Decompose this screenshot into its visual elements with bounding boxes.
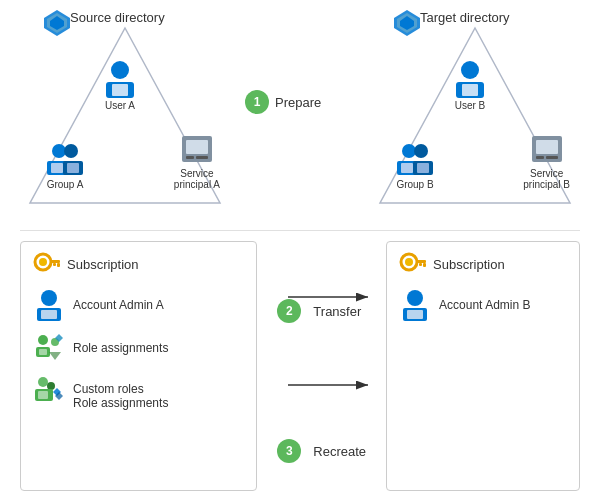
- svg-point-35: [39, 258, 47, 266]
- diagram: Source directory User A: [0, 0, 600, 500]
- user-b-label: User B: [455, 100, 486, 111]
- service-b-icon: [528, 132, 566, 166]
- svg-rect-31: [536, 140, 558, 154]
- target-subscription-box: Subscription Account Admin B: [386, 241, 580, 491]
- custom-roles-text-group: Custom roles Role assignments: [73, 382, 168, 410]
- svg-rect-15: [186, 156, 194, 159]
- svg-point-49: [47, 382, 55, 390]
- source-role-assignments: Role assignments: [33, 332, 244, 364]
- step1-circle: 1: [245, 90, 269, 114]
- service-a-label: Service principal A: [174, 168, 220, 190]
- source-sub-header: Subscription: [33, 250, 244, 278]
- svg-rect-29: [417, 163, 429, 173]
- svg-point-48: [38, 377, 48, 387]
- step2-group: 2 Transfer: [277, 299, 361, 323]
- source-custom-roles: Custom roles Role assignments: [33, 374, 244, 418]
- user-a-icon: [102, 58, 138, 98]
- svg-rect-61: [407, 310, 423, 319]
- target-sub-label: Subscription: [433, 257, 505, 272]
- source-directory-box: Source directory User A: [20, 8, 230, 218]
- step2-circle: 2: [277, 299, 301, 323]
- svg-rect-23: [462, 84, 478, 96]
- group-a-label: Group A: [47, 179, 84, 190]
- svg-rect-33: [546, 156, 558, 159]
- svg-rect-56: [416, 260, 426, 263]
- source-subscription-box: Subscription Account Admin A: [20, 241, 257, 491]
- target-directory-box: Target directory User B: [370, 8, 580, 218]
- source-key-icon: [33, 250, 61, 278]
- bottom-section: Subscription Account Admin A: [0, 231, 600, 491]
- source-group: Group A: [45, 141, 85, 190]
- svg-rect-41: [41, 310, 57, 319]
- source-account-admin: Account Admin A: [33, 288, 244, 322]
- svg-point-39: [41, 290, 57, 306]
- svg-rect-11: [51, 163, 63, 173]
- target-key-icon: [399, 250, 427, 278]
- top-section: Source directory User A: [0, 0, 600, 230]
- step2-label: Transfer: [313, 304, 361, 319]
- target-service: Service principal B: [523, 132, 570, 190]
- source-user: User A: [102, 58, 138, 111]
- svg-point-7: [52, 144, 66, 158]
- service-a-icon: [178, 132, 216, 166]
- step1-row: 1 Prepare: [245, 90, 321, 114]
- user-b-icon: [452, 58, 488, 98]
- svg-point-21: [461, 61, 479, 79]
- svg-rect-28: [401, 163, 413, 173]
- step3-label: Recreate: [313, 444, 366, 459]
- svg-rect-12: [67, 163, 79, 173]
- svg-rect-58: [419, 263, 422, 266]
- account-admin-b-label: Account Admin B: [439, 298, 530, 312]
- target-account-admin: Account Admin B: [399, 288, 567, 322]
- role-assignments-icon: [33, 332, 65, 364]
- custom-roles-sub-label: Role assignments: [73, 396, 168, 410]
- svg-rect-6: [112, 84, 128, 96]
- steps-arrows: 2 Transfer 3 Recreate: [277, 241, 366, 491]
- group-a-icon: [45, 141, 85, 177]
- account-admin-b-icon: [399, 288, 431, 322]
- svg-point-55: [405, 258, 413, 266]
- svg-rect-36: [50, 260, 60, 263]
- source-sub-label: Subscription: [67, 257, 139, 272]
- target-sub-header: Subscription: [399, 250, 567, 278]
- prepare-section: 1 Prepare: [245, 90, 321, 114]
- account-admin-a-label: Account Admin A: [73, 298, 164, 312]
- svg-rect-14: [186, 140, 208, 154]
- svg-point-42: [38, 335, 48, 345]
- custom-roles-label: Custom roles: [73, 382, 168, 396]
- account-admin-a-icon: [33, 288, 65, 322]
- svg-rect-44: [39, 349, 47, 355]
- user-a-label: User A: [105, 100, 135, 111]
- svg-point-59: [407, 290, 423, 306]
- step3-circle: 3: [277, 439, 301, 463]
- svg-rect-57: [423, 263, 426, 267]
- role-assignments-label: Role assignments: [73, 341, 168, 355]
- group-b-icon: [395, 141, 435, 177]
- target-user: User B: [452, 58, 488, 111]
- svg-rect-38: [53, 263, 56, 266]
- step3-group: 3 Recreate: [277, 439, 366, 463]
- svg-point-4: [111, 61, 129, 79]
- step1-label: Prepare: [275, 95, 321, 110]
- svg-point-24: [402, 144, 416, 158]
- svg-rect-32: [536, 156, 544, 159]
- custom-roles-icon: [33, 374, 65, 418]
- group-b-label: Group B: [396, 179, 433, 190]
- target-group: Group B: [395, 141, 435, 190]
- svg-rect-37: [57, 263, 60, 267]
- svg-rect-51: [38, 391, 48, 399]
- svg-point-8: [64, 144, 78, 158]
- service-b-label: Service principal B: [523, 168, 570, 190]
- source-service: Service principal A: [174, 132, 220, 190]
- svg-rect-16: [196, 156, 208, 159]
- svg-marker-46: [49, 352, 61, 360]
- svg-point-25: [414, 144, 428, 158]
